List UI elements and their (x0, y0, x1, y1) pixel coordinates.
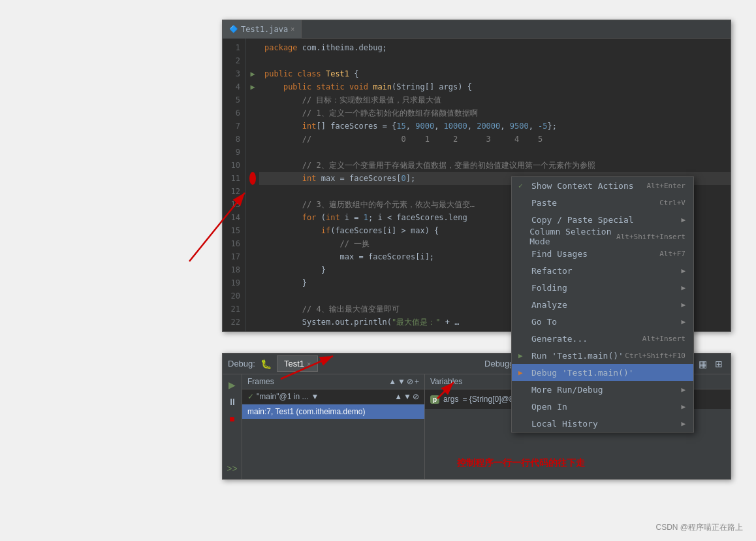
dropdown-arrow-icon: ▼ (311, 392, 319, 401)
code-line-10: // 2、定义一个变量用于存储最大值数据，变量的初始值建议用第一个元素作为参照 (259, 159, 731, 172)
shortcut-label: Ctrl+Shift+F10 (625, 352, 685, 360)
frame-nav-filter[interactable]: ⊘ (413, 392, 419, 401)
run-arrow-4: ▶ (250, 82, 255, 91)
watermark: CSDN @程序喵正在路上 (655, 522, 743, 533)
debug-tab-close[interactable]: × (307, 360, 311, 368)
menu-copy-paste-special[interactable]: Copy / Paste Special ▶ (512, 211, 693, 228)
code-line-5: // 目标：实现数组求最值，只求最大值 (259, 93, 731, 107)
shortcut-label: Alt+Enter (646, 182, 685, 190)
menu-folding[interactable]: Folding ▶ (512, 279, 693, 296)
editor-tab[interactable]: 🔷 Test1.java × (223, 20, 302, 39)
debug-label: Debug: (228, 359, 255, 369)
frames-label: Frames (247, 377, 274, 386)
line-numbers: 1 2 3 4 5 6 7 8 9 10 11 12 13 14 15 16 1… (223, 39, 246, 331)
code-line-6: // 1、定义一个静态初始化的数组存储颜值数据啊 (259, 107, 731, 120)
submenu-arrow-icon: ▶ (681, 402, 685, 411)
context-menu: ✓ Show Context Actions Alt+Enter Paste C… (511, 176, 694, 433)
menu-open-in[interactable]: Open In ▶ (512, 398, 693, 415)
menu-run[interactable]: ▶ Run 'Test1.main()' Ctrl+Shift+F10 (512, 347, 693, 364)
submenu-arrow-icon: ▶ (681, 301, 685, 309)
code-line-8: // 0 1 2 3 4 5 (259, 133, 731, 146)
submenu-arrow-icon: ▶ (681, 419, 685, 428)
code-line-7: int[] faceScores = {15, 9000, 10000, 200… (259, 120, 731, 133)
debug-tab-test1[interactable]: Test1 × (277, 355, 319, 372)
menu-item-label: Open In (531, 402, 567, 412)
frame-selected[interactable]: main:7, Test1 (com.itheima.demo) (242, 404, 424, 419)
frame-toolbar: ▲ ▼ ⊘ + (388, 377, 419, 386)
menu-find-usages[interactable]: Find Usages Alt+F7 (512, 245, 693, 262)
shortcut-label: Ctrl+V (659, 199, 685, 207)
menu-item-label: Refactor (531, 266, 573, 276)
frame-up-btn[interactable]: ▲ (388, 377, 396, 386)
code-line-3: public class Test1 { (259, 67, 731, 80)
menu-item-label: Column Selection Mode (529, 227, 616, 246)
frame-add-btn[interactable]: + (415, 377, 419, 386)
menu-refactor[interactable]: Refactor ▶ (512, 262, 693, 279)
menu-item-label: Debug 'Test1.main()' (531, 368, 634, 378)
watch-btn[interactable]: ▦ (696, 357, 710, 370)
frame-name: "main"@1 in ... (257, 392, 308, 401)
breakpoint-11[interactable] (249, 172, 256, 185)
menu-item-label: Copy / Paste Special (531, 215, 634, 225)
java-file-icon: 🔷 (229, 25, 238, 33)
submenu-arrow-icon: ▶ (681, 267, 685, 275)
menu-item-label: Run 'Test1.main()' (531, 351, 623, 361)
code-line-2 (259, 54, 731, 67)
menu-item-label: Go To (531, 317, 557, 327)
menu-show-context-actions[interactable]: ✓ Show Context Actions Alt+Enter (512, 177, 693, 194)
pause-btn[interactable]: ⏸ (227, 395, 238, 408)
shortcut-label: Alt+Shift+Insert (616, 233, 685, 241)
submenu-arrow-icon: ▶ (681, 216, 685, 224)
menu-debug[interactable]: ▶ Debug 'Test1.main()' (512, 364, 693, 381)
frame-nav: ▲ ▼ ⊘ (394, 392, 419, 401)
shortcut-label: Alt+F7 (659, 250, 685, 258)
menu-goto[interactable]: Go To ▶ (512, 313, 693, 330)
menu-item-label: Local History (531, 419, 598, 429)
debug-session-icon: 🐛 (260, 359, 272, 369)
menu-item-label: More Run/Debug (531, 385, 603, 395)
code-line-1: package com.itheima.debug; (259, 41, 731, 54)
editor-tab-bar: 🔷 Test1.java × (223, 20, 731, 39)
menu-more-run-debug[interactable]: More Run/Debug ▶ (512, 381, 693, 398)
menu-local-history[interactable]: Local History ▶ (512, 415, 693, 432)
resume-btn[interactable]: ▶ (227, 378, 237, 391)
menu-item-label: Paste (531, 198, 557, 208)
memory-btn[interactable]: ⊞ (712, 357, 725, 370)
submenu-arrow-icon: ▶ (681, 284, 685, 292)
tab-filename: Test1.java (241, 25, 288, 34)
menu-analyze[interactable]: Analyze ▶ (512, 296, 693, 313)
frame-filter-btn[interactable]: ⊘ (407, 377, 413, 386)
var-name: args (443, 395, 458, 404)
code-line-9 (259, 146, 731, 159)
menu-item-label: Analyze (531, 300, 567, 310)
more-btn[interactable]: >> (225, 462, 238, 475)
debug-tab-label: Test1 (284, 359, 304, 369)
shortcut-label: Alt+Insert (642, 335, 685, 343)
tab-close-button[interactable]: × (291, 25, 294, 33)
frames-panel: Frames ▲ ▼ ⊘ + ✓ "main"@1 in ... ▼ ▲ (242, 374, 425, 479)
submenu-arrow-icon: ▶ (681, 385, 685, 394)
frames-list: ✓ "main"@1 in ... ▼ ▲ ▼ ⊘ main:7, Test1 … (242, 389, 424, 419)
menu-column-selection[interactable]: Column Selection Mode Alt+Shift+Insert (512, 228, 693, 245)
frames-header: Frames ▲ ▼ ⊘ + (242, 374, 424, 389)
check-icon: ✓ (247, 392, 254, 401)
frame-down-btn[interactable]: ▼ (398, 377, 405, 386)
frame-nav-down[interactable]: ▼ (403, 392, 411, 401)
run-arrow-3: ▶ (250, 69, 255, 78)
frame-dropdown[interactable]: ✓ "main"@1 in ... ▼ (247, 392, 319, 401)
gutter: ▶ ▶ (246, 39, 259, 331)
annotation-text: 控制程序一行一行代码的往下走 (457, 457, 585, 469)
menu-generate[interactable]: Generate... Alt+Insert (512, 330, 693, 347)
menu-item-label: Show Context Actions (531, 181, 634, 191)
frame-nav-up[interactable]: ▲ (394, 392, 402, 401)
code-line-4: public static void main(String[] args) { (259, 80, 731, 93)
var-type-badge: p (430, 395, 439, 404)
variables-label: Variables (430, 377, 462, 386)
menu-item-label: Generate... (531, 334, 588, 344)
stop-btn[interactable]: ■ (228, 412, 236, 425)
menu-item-label: Find Usages (531, 249, 588, 259)
menu-paste[interactable]: Paste Ctrl+V (512, 194, 693, 211)
debug-sidebar: ▶ ⏸ ■ >> (223, 374, 242, 479)
submenu-arrow-icon: ▶ (681, 318, 685, 326)
frame-selector-row[interactable]: ✓ "main"@1 in ... ▼ ▲ ▼ ⊘ (242, 389, 424, 404)
